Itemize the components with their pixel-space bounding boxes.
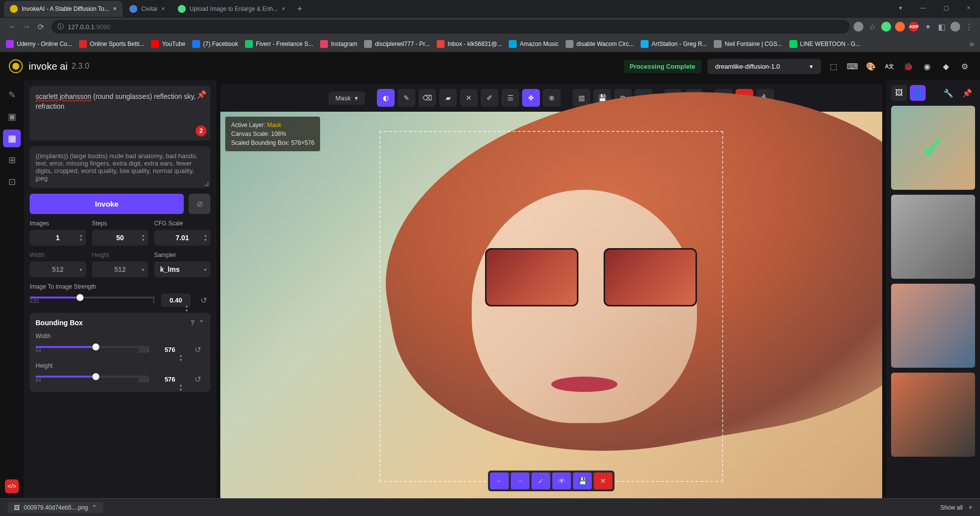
extensions-menu-icon[interactable]: ✦ bbox=[923, 22, 933, 32]
i2i-strength-input[interactable]: 0.40 ▲▼ bbox=[161, 294, 191, 307]
bookmark-star-icon[interactable]: ☆ bbox=[867, 22, 877, 32]
reset-icon[interactable]: ↺ bbox=[197, 293, 210, 307]
bbox-height-slider[interactable] bbox=[36, 376, 149, 378]
reset-icon[interactable]: ↺ bbox=[191, 343, 204, 356]
prompt-input[interactable]: scarlett johansson (round sunglasses) re… bbox=[30, 86, 210, 140]
show-all-downloads[interactable]: Show all bbox=[940, 504, 963, 511]
gallery-thumbnail[interactable] bbox=[891, 106, 975, 190]
negative-prompt-input[interactable]: ((implants)) (large boobs) nude bad anat… bbox=[30, 146, 210, 188]
keyboard-icon[interactable]: ⌨ bbox=[846, 60, 858, 73]
extension-icon[interactable] bbox=[895, 22, 905, 32]
chevron-up-icon[interactable]: ⌃ bbox=[199, 319, 204, 327]
cancel-button[interactable]: ⊘ bbox=[189, 194, 210, 214]
bookmark-item[interactable]: Fiverr - Freelance S... bbox=[245, 40, 313, 48]
forward-button[interactable]: → bbox=[20, 20, 34, 34]
sampler-select[interactable]: k_lms ▾ bbox=[154, 261, 210, 277]
browser-tab[interactable]: Upload Image to Enlarge & Enh... × bbox=[172, 1, 291, 17]
canvas-tab-icon[interactable]: ▦ bbox=[3, 129, 21, 147]
reload-button[interactable]: ⟳ bbox=[34, 20, 47, 34]
tab-close-icon[interactable]: × bbox=[162, 5, 165, 12]
gallery-settings-icon[interactable]: 🔧 bbox=[940, 85, 956, 101]
bookmark-item[interactable]: Instagram bbox=[320, 40, 357, 48]
bookmark-item[interactable]: ArtStation - Greg R... bbox=[641, 40, 707, 48]
download-item[interactable]: 🖼 000979.40d74eb5....png ⌃ bbox=[8, 502, 103, 513]
browser-tab[interactable]: Civitai × bbox=[123, 1, 171, 17]
site-info-icon[interactable]: ⓘ bbox=[57, 22, 64, 31]
gallery-images-tab-icon[interactable]: 🖼 bbox=[891, 85, 907, 101]
postprocess-tab-icon[interactable]: ⊡ bbox=[3, 173, 21, 191]
window-dropdown-icon[interactable]: ▾ bbox=[889, 0, 912, 16]
chevron-up-icon[interactable]: ⌃ bbox=[92, 504, 97, 511]
bookmark-item[interactable]: Udemy - Online Co... bbox=[6, 40, 72, 48]
url-bar[interactable]: ⓘ 127.0.0.1:9090 bbox=[51, 20, 850, 34]
gallery-user-tab-icon[interactable]: 👤 bbox=[910, 85, 926, 101]
menu-icon[interactable]: ☰ bbox=[501, 89, 519, 107]
bookmark-item[interactable]: Neil Fontaine | CGS... bbox=[714, 40, 782, 48]
model-select[interactable]: dreamlike-diffusion-1.0 ▾ bbox=[707, 59, 821, 74]
img2img-tab-icon[interactable]: ▣ bbox=[3, 108, 21, 126]
steps-input[interactable]: 50 ▲▼ bbox=[92, 230, 148, 246]
i2i-strength-slider[interactable] bbox=[30, 297, 155, 299]
spinner-icon[interactable]: ▲▼ bbox=[141, 233, 145, 242]
bookmark-item[interactable]: Online Sports Betti... bbox=[79, 40, 144, 48]
move-tool-icon[interactable]: ✥ bbox=[522, 89, 540, 107]
eraser-tool-icon[interactable]: ⌫ bbox=[418, 89, 436, 107]
browser-menu-icon[interactable]: ⋮ bbox=[964, 22, 974, 32]
gallery-thumbnail[interactable] bbox=[891, 195, 975, 279]
brush-tool-icon[interactable]: ✎ bbox=[398, 89, 415, 107]
window-minimize-icon[interactable]: — bbox=[912, 0, 935, 16]
layer-select[interactable]: Mask ▾ bbox=[328, 91, 365, 105]
bookmark-item[interactable]: disable Wacom Circ... bbox=[566, 40, 634, 48]
extension-icon[interactable] bbox=[881, 22, 891, 32]
settings-icon[interactable]: ⚙ bbox=[958, 60, 971, 73]
bug-icon[interactable]: 🐞 bbox=[902, 60, 915, 73]
bookmark-item[interactable]: Inbox - klk56831@... bbox=[437, 40, 502, 48]
reset-view-icon[interactable]: ⊕ bbox=[543, 89, 561, 107]
share-icon[interactable] bbox=[854, 22, 863, 32]
next-staging-icon[interactable]: → bbox=[511, 473, 530, 489]
language-icon[interactable]: A文 bbox=[883, 60, 896, 73]
side-panel-icon[interactable]: ◧ bbox=[937, 22, 946, 32]
width-select[interactable]: 512 ▾ bbox=[30, 261, 86, 277]
new-tab-button[interactable]: + bbox=[292, 4, 308, 14]
back-button[interactable]: ← bbox=[6, 20, 20, 34]
height-select[interactable]: 512 ▾ bbox=[92, 261, 148, 277]
help-icon[interactable]: ? bbox=[190, 319, 195, 327]
color-picker-icon[interactable]: ✐ bbox=[481, 89, 498, 107]
accordion-header[interactable]: Bounding Box ? ⌃ bbox=[36, 319, 204, 327]
bbox-width-slider[interactable] bbox=[36, 346, 149, 348]
bookmark-item[interactable]: discipleneil777 - Pr... bbox=[364, 40, 430, 48]
spinner-icon[interactable]: ▲▼ bbox=[179, 383, 183, 392]
images-input[interactable]: 1 ▲▼ bbox=[30, 230, 86, 246]
save-staging-icon[interactable]: 💾 bbox=[573, 473, 592, 489]
console-toggle-icon[interactable]: </> bbox=[5, 479, 19, 493]
nodes-tab-icon[interactable]: ⊞ bbox=[3, 151, 21, 169]
fill-tool-icon[interactable]: ▰ bbox=[439, 89, 457, 107]
bookmark-item[interactable]: YouTube bbox=[151, 40, 185, 48]
cube-icon[interactable]: ⬚ bbox=[827, 60, 840, 73]
profile-avatar[interactable] bbox=[950, 22, 960, 32]
bbox-width-input[interactable]: 576 ▲▼ bbox=[155, 343, 185, 356]
tab-close-icon[interactable]: × bbox=[113, 5, 117, 12]
spinner-icon[interactable]: ▲▼ bbox=[79, 233, 83, 242]
bbox-height-input[interactable]: 576 ▲▼ bbox=[155, 373, 185, 386]
tab-close-icon[interactable]: × bbox=[282, 5, 285, 12]
spinner-icon[interactable]: ▲▼ bbox=[204, 233, 207, 242]
pin-icon[interactable]: 📌 bbox=[197, 90, 206, 99]
bookmarks-overflow-icon[interactable]: » bbox=[970, 40, 974, 48]
browser-tab[interactable]: InvokeAI - A Stable Diffusion To... × bbox=[4, 1, 122, 17]
gallery-pin-icon[interactable]: 📌 bbox=[959, 85, 975, 101]
spinner-icon[interactable]: ▲▼ bbox=[179, 353, 183, 362]
bookmark-item[interactable]: (7) Facebook bbox=[192, 40, 238, 48]
txt2img-tab-icon[interactable]: ✎ bbox=[3, 86, 21, 104]
close-bar-icon[interactable]: × bbox=[969, 504, 972, 511]
accept-staging-icon[interactable]: ✓ bbox=[531, 473, 550, 489]
bookmark-item[interactable]: Amazon Music bbox=[509, 40, 559, 48]
adblock-icon[interactable]: ABP bbox=[909, 22, 919, 32]
discord-icon[interactable]: ◆ bbox=[939, 60, 952, 73]
gallery-thumbnail[interactable] bbox=[891, 373, 975, 457]
mask-tool-icon[interactable]: ◐ bbox=[377, 89, 395, 107]
bounding-box-overlay[interactable] bbox=[379, 131, 724, 481]
clear-mask-icon[interactable]: ✕ bbox=[460, 89, 478, 107]
spinner-icon[interactable]: ▲▼ bbox=[185, 304, 189, 313]
